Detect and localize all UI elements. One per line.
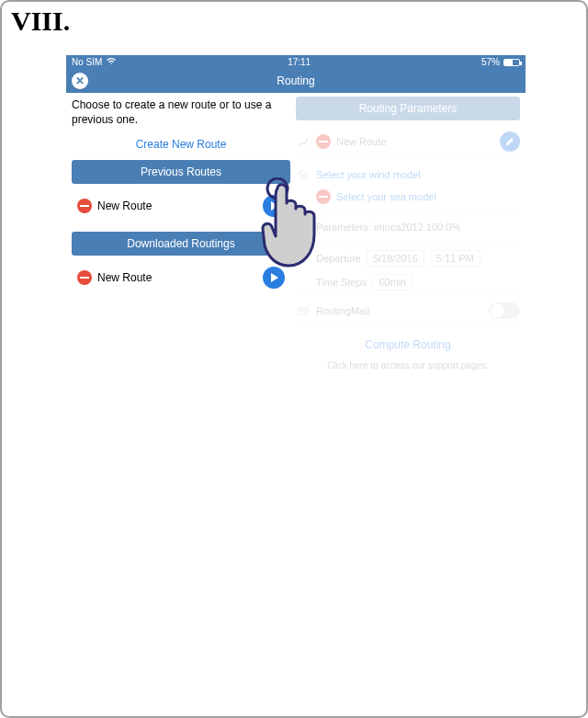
stopwatch-icon: [296, 251, 311, 266]
departure-date-field[interactable]: 5/18/2016: [367, 250, 424, 267]
sea-model-row[interactable]: Select your sea model: [296, 186, 520, 208]
no-entry-icon: [77, 270, 92, 285]
route-name-label: New Route: [97, 271, 152, 284]
parameters-label: Parameters: imoca2012 100.0%: [316, 222, 460, 233]
route-icon: [296, 134, 311, 149]
timesteps-label: Time Steps: [316, 277, 367, 288]
previous-route-row[interactable]: New Route: [72, 189, 290, 222]
figure-label: VIII.: [11, 6, 70, 37]
clock-label: 17:11: [288, 57, 311, 67]
route-name-label: New Route: [97, 199, 152, 212]
downloaded-routings-header: Downloaded Routings: [72, 232, 290, 256]
create-new-route-link[interactable]: Create New Route: [72, 132, 290, 160]
svg-point-0: [301, 225, 305, 229]
departure-time-field[interactable]: 5:11 PM: [430, 250, 481, 267]
layers-icon: [296, 167, 311, 182]
compute-routing-link[interactable]: Compute Routing: [296, 331, 520, 359]
wifi-icon: [106, 57, 117, 67]
sea-model-placeholder: Select your sea model: [336, 191, 436, 202]
parameters-row[interactable]: Parameters: imoca2012 100.0%: [296, 216, 520, 238]
routingmail-row: RoutingMail: [296, 299, 520, 323]
left-pane: Choose to create a new route or to use a…: [66, 93, 296, 372]
play-button[interactable]: [263, 267, 285, 289]
right-pane: Routing Parameters New Route Select your…: [296, 93, 526, 372]
battery-icon: [503, 59, 520, 66]
routing-parameters-header: Routing Parameters: [296, 97, 520, 120]
mail-icon: [296, 303, 311, 318]
nav-title: Routing: [277, 74, 314, 87]
edit-button[interactable]: [500, 131, 520, 152]
departure-row: Departure 5/18/2016 5:11 PM: [296, 246, 520, 270]
no-entry-icon: [316, 189, 331, 204]
nav-bar: ✕ Routing: [66, 69, 526, 93]
status-bar: No SIM 17:11 57%: [66, 55, 526, 69]
downloaded-route-row[interactable]: New Route: [72, 261, 290, 294]
play-button[interactable]: [263, 195, 285, 217]
previous-routes-header: Previous Routes: [72, 160, 290, 184]
routingmail-toggle[interactable]: [489, 302, 520, 319]
prompt-text: Choose to create a new route or to use a…: [72, 97, 290, 132]
battery-pct: 57%: [481, 57, 500, 67]
newroute-label: New Route: [336, 136, 386, 147]
departure-label: Departure: [316, 253, 361, 264]
support-link[interactable]: Click here to access our support pages.: [296, 359, 520, 372]
close-button[interactable]: ✕: [72, 73, 88, 89]
routingmail-label: RoutingMail: [316, 305, 369, 316]
carrier-label: No SIM: [72, 57, 102, 67]
wind-model-placeholder: Select your wind model: [316, 169, 421, 180]
app-screenshot: No SIM 17:11 57% ✕ Routing Choose to cre…: [66, 55, 526, 372]
no-entry-icon: [77, 199, 92, 213]
no-entry-icon: [316, 134, 331, 149]
newroute-row: New Route: [296, 128, 520, 155]
timesteps-field[interactable]: 60min: [372, 274, 413, 291]
wind-model-row[interactable]: Select your wind model: [296, 164, 520, 186]
timesteps-row: Time Steps 60min: [296, 274, 520, 291]
gear-icon: [296, 220, 311, 234]
